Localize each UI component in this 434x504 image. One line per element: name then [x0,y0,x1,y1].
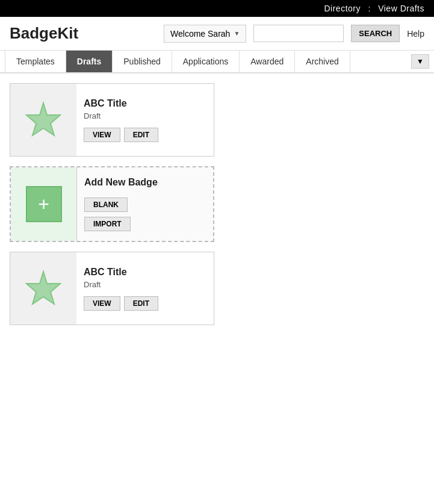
dropdown-arrow-icon: ▼ [234,30,240,37]
add-badge-title: Add New Badge [84,177,158,188]
nav-scroll-button[interactable]: ▼ [411,54,429,69]
view-drafts-link[interactable]: View Drafts [378,4,424,13]
import-button[interactable]: IMPORT [84,217,131,231]
badge-details-2: ABC Title Draft VIEW EDIT [76,252,166,325]
view-button-1[interactable]: VIEW [84,128,120,142]
badge-actions-2: VIEW EDIT [84,296,158,311]
blank-button[interactable]: BLANK [84,198,128,212]
search-button[interactable]: SEARCH [351,25,400,42]
help-link[interactable]: Help [407,29,424,39]
tab-drafts[interactable]: Drafts [66,51,113,72]
tab-archived[interactable]: Archived [295,51,350,72]
edit-button-2[interactable]: EDIT [124,296,158,311]
add-badge-plus-button[interactable]: + [26,186,62,222]
logo: BadgeKit [10,24,157,43]
nav-tabs: Templates Drafts Published Applications … [0,51,434,73]
top-bar: Directory : View Drafts [0,0,434,17]
header: BadgeKit Welcome Sarah ▼ SEARCH Help [0,17,434,51]
badge-image-1 [10,84,76,156]
badge-image-2 [10,252,76,325]
badge-star-icon-1 [24,101,63,139]
add-badge-plus-area: + [11,167,77,241]
svg-marker-1 [26,272,60,304]
add-badge-card: + Add New Badge BLANK IMPORT [10,166,214,242]
badge-star-icon-2 [24,269,63,308]
tab-awarded[interactable]: Awarded [240,51,295,72]
badge-status-2: Draft [84,280,158,289]
plus-icon: + [38,193,49,216]
separator: : [368,4,370,13]
welcome-user-label: Welcome Sarah [170,29,230,39]
welcome-dropdown[interactable]: Welcome Sarah ▼ [164,25,246,43]
main-content: ABC Title Draft VIEW EDIT + Add New Badg… [0,73,434,335]
badge-actions-1: VIEW EDIT [84,128,158,142]
directory-link[interactable]: Directory [324,4,361,13]
tab-published[interactable]: Published [113,51,172,72]
badge-status-1: Draft [84,111,158,120]
badge-card-2: ABC Title Draft VIEW EDIT [10,252,214,325]
badge-title-2: ABC Title [84,267,158,278]
tab-applications[interactable]: Applications [172,51,240,72]
badge-details-1: ABC Title Draft VIEW EDIT [76,84,166,156]
view-button-2[interactable]: VIEW [84,296,120,311]
search-input[interactable] [253,25,344,42]
svg-marker-0 [26,103,60,135]
tab-templates[interactable]: Templates [5,51,66,72]
badge-title-1: ABC Title [84,98,158,109]
badge-card-1: ABC Title Draft VIEW EDIT [10,83,214,157]
add-badge-details: Add New Badge BLANK IMPORT [77,167,165,241]
edit-button-1[interactable]: EDIT [124,128,158,142]
